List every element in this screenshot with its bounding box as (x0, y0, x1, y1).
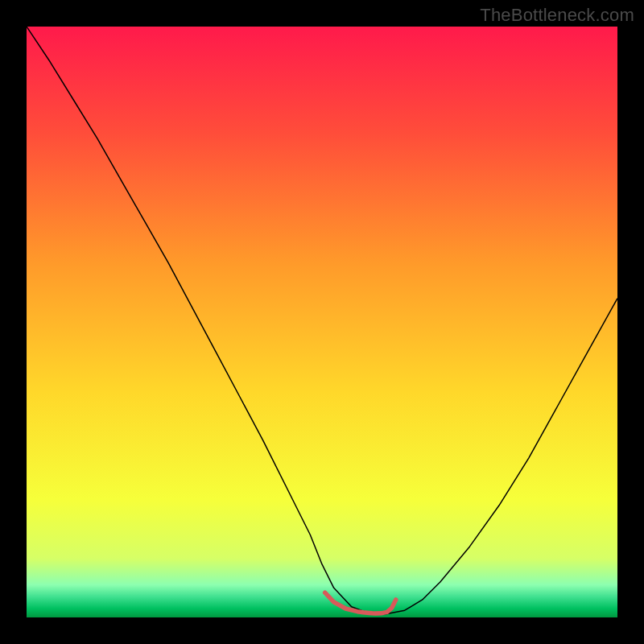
plot-svg (27, 27, 617, 617)
chart-frame: TheBottleneck.com (0, 0, 644, 644)
svg-rect-0 (27, 27, 617, 617)
watermark-label: TheBottleneck.com (480, 5, 634, 26)
plot-area (27, 27, 617, 617)
